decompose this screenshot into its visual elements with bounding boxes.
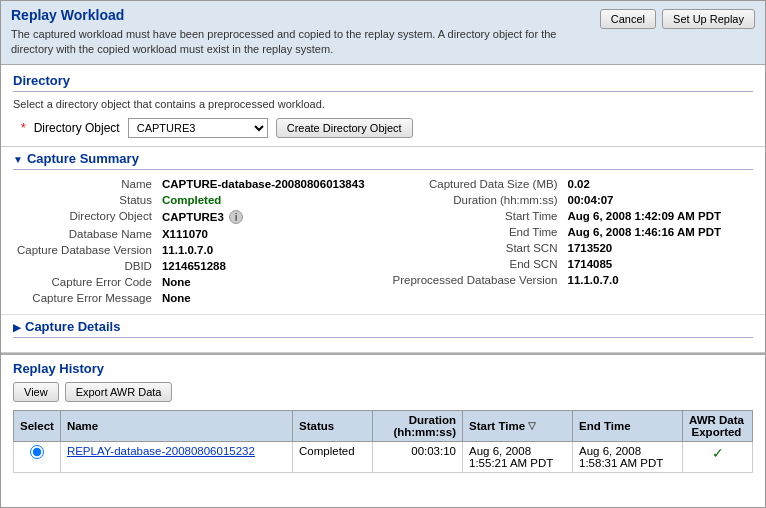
capture-predbver-row: Preprocessed Database Version 11.1.0.7.0: [389, 272, 726, 288]
duration-cell: 00:03:10: [373, 441, 463, 472]
end-scn-value: 1714085: [563, 256, 725, 272]
error-code-value: None: [158, 274, 369, 290]
end-scn-label: End SCN: [389, 256, 564, 272]
page-wrapper: Replay Workload The captured workload mu…: [0, 0, 766, 508]
name-label: Name: [13, 176, 158, 192]
capture-startscn-row: Start SCN 1713520: [389, 240, 726, 256]
capture-datasize-row: Captured Data Size (MB) 0.02: [389, 176, 726, 192]
capture-left-table: Name CAPTURE-database-20080806013843 Sta…: [13, 176, 369, 306]
starttime-cell: Aug 6, 2008 1:55:21 AM PDT: [463, 441, 573, 472]
status-cell: Completed: [293, 441, 373, 472]
error-msg-value: None: [158, 290, 369, 306]
directory-title: Directory: [13, 73, 753, 92]
end-time-value: Aug 6, 2008 1:46:16 AM PDT: [563, 224, 725, 240]
capture-dbname-row: Database Name X111070: [13, 226, 369, 242]
table-header-row: Select Name Status Duration: [14, 410, 753, 441]
capture-right-table: Captured Data Size (MB) 0.02 Duration (h…: [389, 176, 726, 288]
table-row: REPLAY-database-20080806015232 Completed…: [14, 441, 753, 472]
name-value: CAPTURE-database-20080806013843: [158, 176, 369, 192]
directory-description: Select a directory object that contains …: [13, 98, 753, 110]
select-radio[interactable]: [30, 445, 44, 459]
capture-right: Captured Data Size (MB) 0.02 Duration (h…: [389, 176, 726, 306]
cancel-button[interactable]: Cancel: [600, 9, 656, 29]
replay-history-title: Replay History: [13, 361, 753, 376]
duration-value: 00:04:07: [563, 192, 725, 208]
th-status[interactable]: Status: [293, 410, 373, 441]
setup-replay-button[interactable]: Set Up Replay: [662, 9, 755, 29]
db-version-label: Capture Database Version: [13, 242, 158, 258]
check-icon: ✓: [712, 445, 724, 461]
header-left: Replay Workload The captured workload mu…: [11, 7, 571, 58]
history-buttons: View Export AWR Data: [13, 382, 753, 402]
pre-db-ver-value: 11.1.0.7.0: [563, 272, 725, 288]
dbid-value: 1214651288: [158, 258, 369, 274]
dir-object-value: CAPTURE3 i: [158, 208, 369, 226]
directory-object-label: Directory Object: [34, 121, 120, 135]
header-buttons: Cancel Set Up Replay: [600, 9, 755, 29]
capture-details-title[interactable]: Capture Details: [13, 319, 753, 338]
capture-error-code-row: Capture Error Code None: [13, 274, 369, 290]
duration-label: Duration (hh:mm:ss): [389, 192, 564, 208]
sort-icon: ▽: [528, 420, 536, 431]
start-scn-value: 1713520: [563, 240, 725, 256]
data-size-label: Captured Data Size (MB): [389, 176, 564, 192]
dir-object-label: Directory Object: [13, 208, 158, 226]
status-value: Completed: [158, 192, 369, 208]
pre-db-ver-label: Preprocessed Database Version: [389, 272, 564, 288]
th-name[interactable]: Name: [60, 410, 292, 441]
capture-summary-title[interactable]: Capture Summary: [13, 151, 753, 170]
replay-name-link[interactable]: REPLAY-database-20080806015232: [67, 445, 255, 457]
db-name-value: X111070: [158, 226, 369, 242]
table-header: Select Name Status Duration: [14, 410, 753, 441]
th-duration[interactable]: Duration(hh:mm:ss): [373, 410, 463, 441]
db-version-value: 11.1.0.7.0: [158, 242, 369, 258]
create-directory-button[interactable]: Create Directory Object: [276, 118, 413, 138]
select-cell: [14, 441, 61, 472]
capture-dbid-row: DBID 1214651288: [13, 258, 369, 274]
export-awr-button[interactable]: Export AWR Data: [65, 382, 173, 402]
page-description: The captured workload must have been pre…: [11, 27, 571, 58]
required-star: *: [21, 121, 26, 135]
capture-left: Name CAPTURE-database-20080806013843 Sta…: [13, 176, 369, 306]
capture-grid: Name CAPTURE-database-20080806013843 Sta…: [13, 176, 753, 306]
capture-starttime-row: Start Time Aug 6, 2008 1:42:09 AM PDT: [389, 208, 726, 224]
name-cell: REPLAY-database-20080806015232: [60, 441, 292, 472]
th-starttime[interactable]: Start Time ▽: [463, 410, 573, 441]
error-code-label: Capture Error Code: [13, 274, 158, 290]
awr-cell: ✓: [683, 441, 753, 472]
th-select: Select: [14, 410, 61, 441]
end-time-label: End Time: [389, 224, 564, 240]
start-scn-label: Start SCN: [389, 240, 564, 256]
data-size-value: 0.02: [563, 176, 725, 192]
start-time-label: Start Time: [389, 208, 564, 224]
endtime-cell: Aug 6, 2008 1:58:31 AM PDT: [573, 441, 683, 472]
page-title: Replay Workload: [11, 7, 571, 23]
table-body: REPLAY-database-20080806015232 Completed…: [14, 441, 753, 472]
replay-history-section: Replay History View Export AWR Data Sele…: [1, 353, 765, 481]
capture-error-msg-row: Capture Error Message None: [13, 290, 369, 306]
capture-details-section: Capture Details: [1, 314, 765, 352]
th-endtime[interactable]: End Time: [573, 410, 683, 441]
directory-section: Directory Select a directory object that…: [1, 65, 765, 146]
dbid-label: DBID: [13, 258, 158, 274]
capture-duration-row: Duration (hh:mm:ss) 00:04:07: [389, 192, 726, 208]
capture-dir-row: Directory Object CAPTURE3 i: [13, 208, 369, 226]
start-time-value: Aug 6, 2008 1:42:09 AM PDT: [563, 208, 725, 224]
replay-history-table: Select Name Status Duration: [13, 410, 753, 473]
capture-dbver-row: Capture Database Version 11.1.0.7.0: [13, 242, 369, 258]
capture-endscn-row: End SCN 1714085: [389, 256, 726, 272]
directory-row: * Directory Object CAPTURE3 Create Direc…: [21, 118, 753, 138]
capture-endtime-row: End Time Aug 6, 2008 1:46:16 AM PDT: [389, 224, 726, 240]
th-awr[interactable]: AWR DataExported: [683, 410, 753, 441]
info-icon[interactable]: i: [229, 210, 243, 224]
capture-status-row: Status Completed: [13, 192, 369, 208]
db-name-label: Database Name: [13, 226, 158, 242]
directory-object-select[interactable]: CAPTURE3: [128, 118, 268, 138]
error-msg-label: Capture Error Message: [13, 290, 158, 306]
capture-summary-section: Capture Summary Name CAPTURE-database-20…: [1, 147, 765, 314]
view-button[interactable]: View: [13, 382, 59, 402]
capture-name-row: Name CAPTURE-database-20080806013843: [13, 176, 369, 192]
status-label: Status: [13, 192, 158, 208]
page-header: Replay Workload The captured workload mu…: [1, 1, 765, 65]
